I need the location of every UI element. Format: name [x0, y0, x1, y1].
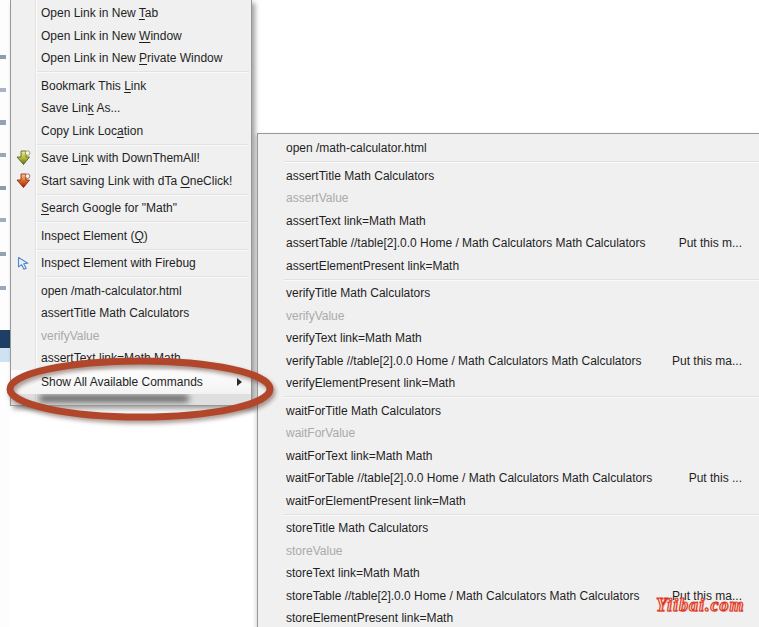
menu-item-inspect-element-q[interactable]: Inspect Element (Q): [11, 225, 251, 248]
submenu-item-waitfortable-table-2-0-0-home-math-calculators-m[interactable]: waitForTable //table[2].0.0 Home / Math …: [258, 467, 759, 490]
submenu-item-label: assertText link=Math Math: [258, 214, 426, 228]
submenu-item-asserttable-table-2-0-0-home-math-calculators-ma[interactable]: assertTable //table[2].0.0 Home / Math C…: [258, 232, 759, 255]
page-edge-artifact: [0, 55, 6, 59]
menu-item-gutter: [11, 325, 35, 348]
submenu-item-verifyvalue: verifyValue: [258, 305, 759, 328]
submenu-item-waitfortitle-math-calculators[interactable]: waitForTitle Math Calculators: [258, 400, 759, 423]
obscured-text-smudge: [39, 395, 189, 402]
obscured-menu-item: [11, 394, 251, 405]
page-edge-artifact: [0, 120, 6, 125]
menu-item-label: Show All Available Commands: [35, 375, 203, 389]
menu-item-label: Inspect Element with Firebug: [35, 256, 196, 270]
screenshot-root: Open Link in New TabOpen Link in New Win…: [0, 0, 759, 627]
menu-separator: [284, 161, 759, 163]
menu-item-open-math-calculator-html[interactable]: open /math-calculator.html: [11, 280, 251, 303]
menu-item-label: assertTitle Math Calculators: [35, 306, 189, 320]
menu-item-label: Bookmark This Link: [35, 79, 146, 93]
menu-item-label: verifyValue: [35, 329, 99, 343]
submenu-item-label: assertTable //table[2].0.0 Home / Math C…: [258, 236, 646, 250]
context-menu-items: Open Link in New TabOpen Link in New Win…: [11, 2, 251, 405]
menu-item-label: Open Link in New Tab: [35, 6, 158, 20]
menu-separator: [37, 249, 249, 251]
submenu-item-label: waitForValue: [258, 426, 355, 440]
menu-separator: [37, 144, 249, 146]
menu-item-save-link-as[interactable]: Save Link As...: [11, 97, 251, 120]
menu-item-save-link-with-downthemall[interactable]: Save Link with DownThemAll!: [11, 147, 251, 170]
submenu-item-storevalue: storeValue: [258, 540, 759, 563]
menu-item-copy-link-location[interactable]: Copy Link Location: [11, 120, 251, 143]
page-edge-artifact: [0, 252, 6, 256]
submenu-item-verifytitle-math-calculators[interactable]: verifyTitle Math Calculators: [258, 282, 759, 305]
menu-item-label: open /math-calculator.html: [35, 284, 182, 298]
menu-item-inspect-element-with-firebug[interactable]: Inspect Element with Firebug: [11, 252, 251, 275]
watermark: Yiibai.com: [656, 595, 745, 616]
submenu-item-assertvalue: assertValue: [258, 187, 759, 210]
menu-item-gutter: [11, 120, 35, 143]
page-edge-artifact: [0, 348, 10, 362]
menu-separator: [37, 221, 249, 223]
menu-separator: [284, 279, 759, 281]
menu-item-gutter: [11, 280, 35, 303]
menu-item-label: Open Link in New Window: [35, 29, 182, 43]
submenu-item-assertelementpresent-link-math[interactable]: assertElementPresent link=Math: [258, 255, 759, 278]
page-edge-artifact: [0, 218, 6, 222]
menu-separator: [37, 71, 249, 73]
submenu-arrow-icon: [237, 378, 242, 386]
submenu-item-label: waitForTable //table[2].0.0 Home / Math …: [258, 471, 652, 485]
truncated-comment-label: Put this ma...: [672, 354, 759, 368]
menu-item-gutter: [11, 25, 35, 48]
menu-separator: [284, 396, 759, 398]
menu-item-label: Copy Link Location: [35, 124, 143, 138]
page-edge: [0, 0, 10, 627]
submenu-item-verifytable-table-2-0-0-home-math-calculators-ma[interactable]: verifyTable //table[2].0.0 Home / Math C…: [258, 350, 759, 373]
commands-submenu: open /math-calculator.htmlassertTitle Ma…: [257, 133, 759, 627]
menu-item-gutter: [11, 347, 35, 370]
submenu-item-storetitle-math-calculators[interactable]: storeTitle Math Calculators: [258, 517, 759, 540]
submenu-item-waitfortext-link-math-math[interactable]: waitForText link=Math Math: [258, 445, 759, 468]
firebug-cursor-icon: [11, 252, 35, 275]
submenu-item-label: open /math-calculator.html: [258, 141, 427, 155]
menu-item-bookmark-this-link[interactable]: Bookmark This Link: [11, 75, 251, 98]
truncated-comment-label: Put this m...: [679, 236, 759, 250]
menu-separator: [37, 194, 249, 196]
menu-item-gutter: [11, 302, 35, 325]
menu-item-gutter: [11, 47, 35, 70]
submenu-item-asserttitle-math-calculators[interactable]: assertTitle Math Calculators: [258, 165, 759, 188]
submenu-item-verifyelementpresent-link-math[interactable]: verifyElementPresent link=Math: [258, 372, 759, 395]
menu-separator: [284, 514, 759, 516]
submenu-item-waitforelementpresent-link-math[interactable]: waitForElementPresent link=Math: [258, 490, 759, 513]
menu-item-gutter: [11, 75, 35, 98]
menu-item-gutter: [11, 197, 35, 220]
page-edge-artifact: [0, 88, 6, 92]
submenu-item-label: storeElementPresent link=Math: [258, 611, 453, 625]
submenu-item-waitforvalue: waitForValue: [258, 422, 759, 445]
oneclick-icon: [11, 170, 35, 193]
menu-item-gutter: [11, 370, 35, 394]
menu-item-search-google-for-math[interactable]: Search Google for "Math": [11, 197, 251, 220]
menu-item-open-link-in-new-private-window[interactable]: Open Link in New Private Window: [11, 47, 251, 70]
page-edge-artifact: [0, 186, 6, 190]
submenu-item-label: storeValue: [258, 544, 342, 558]
menu-item-open-link-in-new-window[interactable]: Open Link in New Window: [11, 25, 251, 48]
menu-item-gutter: [11, 2, 35, 25]
menu-item-show-all-available-commands[interactable]: Show All Available Commands: [11, 370, 251, 394]
menu-item-label: Inspect Element (Q): [35, 229, 148, 243]
menu-separator: [37, 276, 249, 278]
submenu-item-label: assertTitle Math Calculators: [258, 169, 434, 183]
menu-item-label: assertText link=Math Math: [35, 351, 181, 365]
submenu-item-storetext-link-math-math[interactable]: storeText link=Math Math: [258, 562, 759, 585]
submenu-item-label: storeTitle Math Calculators: [258, 521, 428, 535]
submenu-item-label: verifyTable //table[2].0.0 Home / Math C…: [258, 354, 642, 368]
menu-item-asserttitle-math-calculators[interactable]: assertTitle Math Calculators: [11, 302, 251, 325]
menu-item-open-link-in-new-tab[interactable]: Open Link in New Tab: [11, 2, 251, 25]
context-menu: Open Link in New TabOpen Link in New Win…: [10, 0, 252, 406]
menu-item-start-saving-link-with-dta-oneclick[interactable]: Start saving Link with dTa OneClick!: [11, 170, 251, 193]
menu-item-asserttext-link-math-math[interactable]: assertText link=Math Math: [11, 347, 251, 370]
submenu-item-verifytext-link-math-math[interactable]: verifyText link=Math Math: [258, 327, 759, 350]
submenu-item-label: waitForTitle Math Calculators: [258, 404, 441, 418]
downthemall-icon: [11, 147, 35, 170]
submenu-item-label: assertValue: [258, 191, 348, 205]
submenu-item-asserttext-link-math-math[interactable]: assertText link=Math Math: [258, 210, 759, 233]
submenu-item-label: storeTable //table[2].0.0 Home / Math Ca…: [258, 589, 640, 603]
submenu-item-open-math-calculator-html[interactable]: open /math-calculator.html: [258, 137, 759, 160]
